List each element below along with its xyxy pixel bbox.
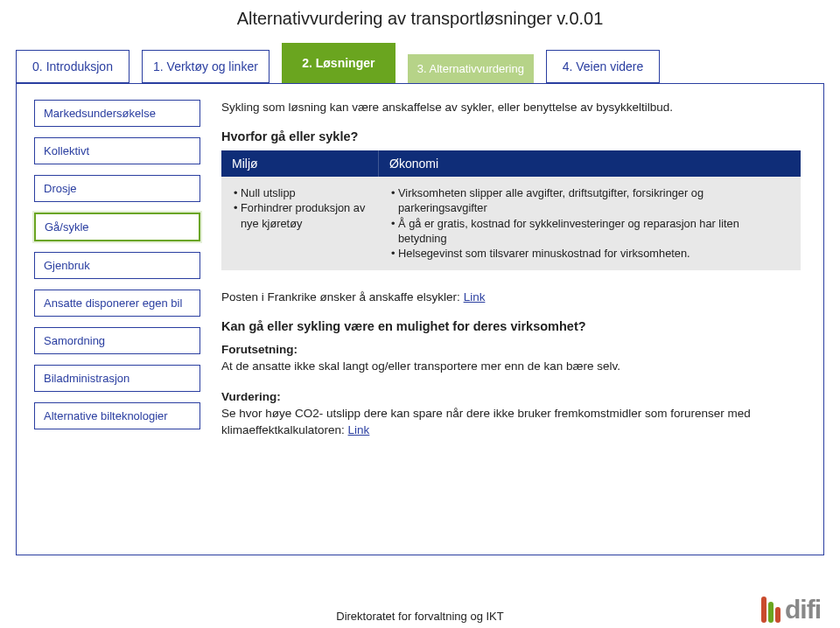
eco-bullet-3: • Helsegevinst som tilsvarer minuskostna…: [389, 246, 790, 261]
logo-bar-1: [761, 597, 766, 623]
env-bullet-2: • Forhindrer produksjon av nye kjøretøy: [232, 200, 368, 231]
sidebar-item-taxi[interactable]: Drosje: [34, 175, 200, 202]
possible-heading: Kan gå eller sykling være en mulighet fo…: [221, 319, 801, 333]
posten-text: Posten i Frankrike ønsker å anskaffe els…: [221, 290, 464, 304]
prerequisite-text: At de ansatte ikke skal langt og/eller t…: [221, 359, 620, 373]
logo-text: difi: [785, 597, 821, 623]
sidebar-item-walk-bike[interactable]: Gå/sykle: [34, 213, 200, 241]
posten-link[interactable]: Link: [464, 290, 486, 304]
sidebar-item-reuse[interactable]: Gjenbruk: [34, 252, 200, 279]
th-economy: Økonomi: [379, 150, 801, 177]
th-environment: Miljø: [221, 150, 379, 177]
logo-bar-2: [768, 602, 774, 623]
difi-logo: difi: [761, 597, 821, 623]
sidebar-item-own-car[interactable]: Ansatte disponerer egen bil: [34, 290, 200, 317]
sidebar-item-collective[interactable]: Kollektivt: [34, 137, 200, 164]
footer-text: Direktoratet for forvaltning og IKT: [0, 610, 840, 623]
env-bullet-1: • Null utslipp: [232, 185, 368, 200]
prerequisite-label: Forutsetning:: [221, 343, 298, 356]
intro-text: Sykling som løsning kan være anskaffelse…: [221, 100, 801, 115]
assessment-block: Vurdering: Se hvor høye CO2- utslipp der…: [221, 389, 801, 439]
why-heading: Hvorfor gå eller sykle?: [221, 129, 801, 143]
eco-bullet-2: • Å gå er gratis, kostnad for sykkelinve…: [389, 216, 790, 247]
table-body: • Null utslipp • Forhindrer produksjon a…: [221, 177, 801, 269]
sidebar: Markedsundersøkelse Kollektivt Drosje Gå…: [34, 100, 200, 539]
assessment-label: Vurdering:: [221, 390, 281, 403]
tab-alternatives[interactable]: 3. Alternativvurdering: [408, 54, 534, 83]
tab-solutions[interactable]: 2. Løsninger: [282, 43, 396, 83]
tabs-row: 0. Introduksjon 1. Verktøy og linker 2. …: [0, 43, 840, 83]
content-area: Markedsundersøkelse Kollektivt Drosje Gå…: [16, 83, 824, 555]
sidebar-item-coordination[interactable]: Samordning: [34, 327, 200, 354]
tab-tools[interactable]: 1. Verktøy og linker: [142, 50, 270, 83]
main-panel: Sykling som løsning kan være anskaffelse…: [221, 100, 806, 539]
sidebar-item-market[interactable]: Markedsundersøkelse: [34, 100, 200, 127]
posten-paragraph: Posten i Frankrike ønsker å anskaffe els…: [221, 290, 801, 306]
sidebar-item-alt-tech[interactable]: Alternative bilteknologier: [34, 402, 200, 429]
assessment-link[interactable]: Link: [348, 423, 370, 436]
table-header: Miljø Økonomi: [221, 150, 801, 177]
comparison-table: Miljø Økonomi • Null utslipp • Forhindre…: [221, 150, 801, 269]
cell-economy: • Virksomheten slipper alle avgifter, dr…: [379, 177, 801, 269]
logo-bar-3: [775, 607, 780, 623]
sidebar-item-car-admin[interactable]: Biladministrasjon: [34, 365, 200, 392]
tab-intro[interactable]: 0. Introduksjon: [16, 50, 130, 83]
assessment-text: Se hvor høye CO2- utslipp dere kan spare…: [221, 407, 751, 436]
prerequisite-block: Forutsetning: At de ansatte ikke skal la…: [221, 342, 801, 375]
cell-environment: • Null utslipp • Forhindrer produksjon a…: [221, 177, 379, 269]
eco-bullet-1: • Virksomheten slipper alle avgifter, dr…: [389, 185, 790, 216]
page-title: Alternativvurdering av transportløsninge…: [0, 0, 840, 43]
tab-next[interactable]: 4. Veien videre: [546, 50, 660, 83]
